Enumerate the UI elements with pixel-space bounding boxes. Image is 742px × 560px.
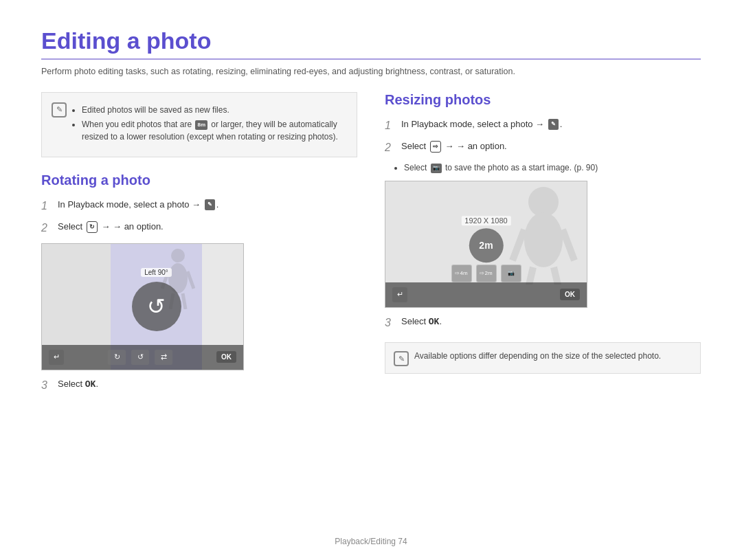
page-subtitle: Perform photo editing tasks, such as rot… [41, 65, 701, 78]
note-content: Edited photos will be saved as new files… [74, 101, 347, 148]
megapixel-icon: 8m [195, 120, 207, 130]
resize-option-1[interactable]: ⇨4m [451, 265, 472, 282]
resize-camera-bottom-bar: ↵ OK [385, 282, 587, 307]
resize-icons-row: ⇨4m ⇨2m 📷 [451, 265, 521, 282]
resize-camera-ok-button[interactable]: OK [560, 289, 580, 300]
resizing-camera-mockup: 1920 X 1080 2m ⇨4m ⇨2m 📷 ↵ OK [385, 181, 587, 308]
arrow-symbol: → [101, 221, 113, 232]
svg-line-5 [183, 293, 186, 309]
camera-ok-button[interactable]: OK [216, 351, 236, 363]
note-icon-bottom: ✎ [394, 351, 409, 366]
ok-label-rotating: OK [85, 379, 96, 390]
rotate-arrow-icon: ↺ [147, 293, 166, 320]
resize-option-3-start[interactable]: 📷 [501, 265, 521, 282]
svg-line-3 [188, 271, 194, 289]
right-column: Resizing photos 1 In Playback mode, sele… [385, 92, 701, 399]
note-text-bottom: Available options differ depending on th… [414, 350, 661, 366]
rotate-select-icon: ↻ [87, 221, 98, 234]
resize-arrow-symbol: → [445, 141, 456, 151]
page-footer: Playback/Editing 74 [0, 537, 742, 546]
rotating-step3: 3 Select OK. [41, 377, 357, 394]
page-container: Editing a photo Perform photo editing ta… [0, 0, 742, 427]
resizing-step1: 1 In Playback mode, select a photo → ✎. [385, 117, 701, 134]
camera-rotate-icons: ↻ ↺ ⇄ [108, 350, 172, 365]
rotating-section-title: Rotating a photo [41, 172, 357, 188]
resize-circle: 2m [469, 228, 503, 262]
resize-select-icon: ⇨ [430, 141, 441, 153]
ok-label-resizing: OK [429, 317, 440, 327]
resize-edit-icon: ✎ [548, 119, 559, 130]
resizing-step3: 3 Select OK. [385, 315, 701, 331]
resizing-step2: 2 Select ⇨ → → an option. [385, 139, 701, 156]
resizing-section-title: Resizing photos [385, 92, 701, 108]
svg-point-7 [524, 212, 563, 267]
note-item-2: When you edit photos that are 8m or larg… [82, 118, 347, 143]
left-column: ✎ Edited photos will be saved as new fil… [41, 92, 357, 399]
resize-option-2[interactable]: ⇨2m [476, 265, 497, 282]
resize-step2-bullets: Select 📷 to save the photo as a start im… [404, 161, 701, 174]
rotating-step1: 1 In Playback mode, select a photo → ✎. [41, 198, 357, 214]
rotate-circle: Left 90° ↺ [132, 282, 181, 331]
camera-bottom-bar: ↵ ↻ ↺ ⇄ OK [42, 345, 243, 370]
camera-back-button[interactable]: ↵ [49, 350, 64, 365]
resize-megapixel-label: 2m [479, 240, 493, 251]
resize-camera-back-button[interactable]: ↵ [392, 287, 407, 302]
note-box: ✎ Edited photos will be saved as new fil… [41, 92, 357, 157]
rotate-label: Left 90° [141, 268, 172, 277]
resize-bullet-1: Select 📷 to save the photo as a start im… [404, 161, 701, 174]
resize-label-box: 1920 X 1080 2m [461, 216, 510, 262]
rotating-step2: 2 Select ↻ → → an option. [41, 220, 357, 236]
note-item-1: Edited photos will be saved as new files… [82, 104, 347, 116]
edit-icon: ✎ [205, 199, 215, 210]
rotate-left-icon[interactable]: ↺ [131, 350, 149, 365]
start-image-icon: 📷 [431, 164, 442, 173]
rotate-right-icon[interactable]: ↻ [108, 350, 126, 365]
page-title: Editing a photo [41, 27, 701, 60]
rotating-camera-mockup: Left 90° ↺ ↵ ↻ ↺ ⇄ OK [41, 243, 244, 370]
note-box-bottom: ✎ Available options differ depending on … [385, 342, 701, 374]
note-icon: ✎ [52, 102, 67, 117]
rotate-flip-icon[interactable]: ⇄ [155, 350, 172, 365]
resize-dimension-text: 1920 X 1080 [461, 216, 510, 225]
svg-line-8 [513, 229, 524, 260]
svg-line-9 [563, 229, 574, 260]
two-column-layout: ✎ Edited photos will be saved as new fil… [41, 92, 701, 399]
svg-point-0 [171, 249, 185, 262]
